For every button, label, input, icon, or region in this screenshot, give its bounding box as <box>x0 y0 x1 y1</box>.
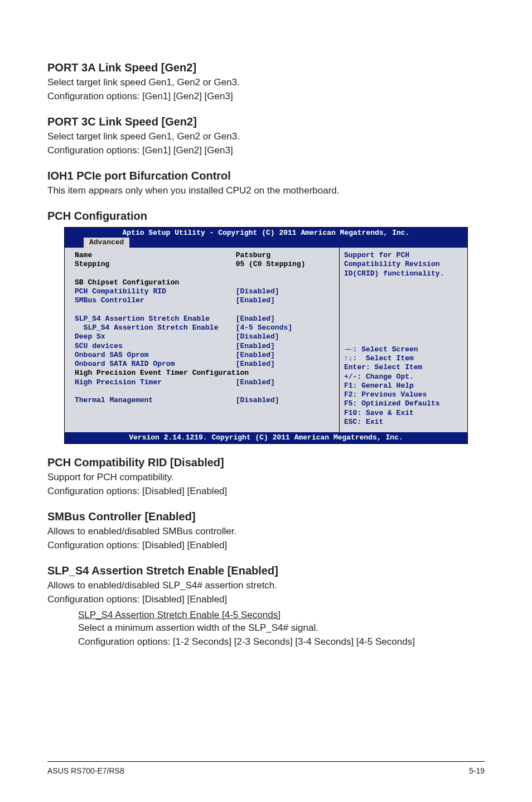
text-port3a-desc: Select target link speed Gen1, Gen2 or G… <box>47 76 485 89</box>
bios-title-bar: Aptio Setup Utility - Copyright (C) 2011… <box>65 228 467 238</box>
sub-slps4-opts: Configuration options: [1-2 Seconds] [2-… <box>78 636 485 649</box>
heading-port3c: PORT 3C Link Speed [Gen2] <box>47 115 485 128</box>
text-pch-rid-desc: Support for PCH compatibility. <box>47 471 485 484</box>
text-port3c-desc: Select target link speed Gen1, Gen2 or G… <box>47 131 485 143</box>
heading-slps4: SLP_S4 Assertion Stretch Enable [Enabled… <box>47 564 485 577</box>
bios-screenshot: Aptio Setup Utility - Copyright (C) 2011… <box>64 227 468 445</box>
bios-help-top: Support for PCH Compatibility Revision I… <box>344 251 444 278</box>
bios-left-text-black1: Name Patsburg Stepping 05 (C0 Stepping) … <box>75 251 305 287</box>
page-content: PORT 3A Link Speed [Gen2] Select target … <box>0 0 532 672</box>
bios-right-panel: Support for PCH Compatibility Revision I… <box>339 248 467 432</box>
text-pch-rid-opts: Configuration options: [Disabled] [Enabl… <box>47 485 485 498</box>
bios-left-panel: Name Patsburg Stepping 05 (C0 Stepping) … <box>65 248 339 432</box>
sub-slps4-block: SLP_S4 Assertion Stretch Enable [4-5 Sec… <box>78 610 485 649</box>
bios-tab-row: Advanced <box>65 238 467 248</box>
bios-left-text-black2: High Precision Event Timer Configuration <box>75 369 249 377</box>
text-port3c-opts: Configuration options: [Gen1] [Gen2] [Ge… <box>47 144 485 157</box>
heading-ioh1: IOH1 PCIe port Bifurcation Control <box>47 170 485 182</box>
sub-slps4-desc: Select a minimum assertion width of the … <box>78 622 485 635</box>
text-ioh1-desc: This item appears only when you installe… <box>47 185 485 197</box>
text-slps4-desc: Allows to enabled/disabled SLP_S4# asser… <box>47 579 485 592</box>
footer-right: 5-19 <box>469 766 485 775</box>
heading-smbus: SMBus Controller [Enabled] <box>47 510 485 523</box>
text-port3a-opts: Configuration options: [Gen1] [Gen2] [Ge… <box>47 90 485 103</box>
bios-help-keys: →←: Select Screen ↑↓: Select Item Enter:… <box>344 345 440 426</box>
text-smbus-opts: Configuration options: [Disabled] [Enabl… <box>47 539 485 552</box>
bios-body: Name Patsburg Stepping 05 (C0 Stepping) … <box>65 248 467 432</box>
text-smbus-desc: Allows to enabled/disabled SMBus control… <box>47 525 485 538</box>
bios-footer-bar: Version 2.14.1219. Copyright (C) 2011 Am… <box>65 432 467 443</box>
heading-pch-config: PCH Configuration <box>47 210 485 223</box>
heading-port3a: PORT 3A Link Speed [Gen2] <box>47 61 485 74</box>
bios-left-text-blue1: PCH Compatibility RID [Disabled] SMBus C… <box>75 287 292 368</box>
page-footer: ASUS RS700-E7/RS8 5-19 <box>47 761 485 775</box>
text-slps4-opts: Configuration options: [Disabled] [Enabl… <box>47 593 485 606</box>
heading-pch-rid: PCH Compatibility RID [Disabled] <box>47 456 485 469</box>
bios-tab-advanced: Advanced <box>84 238 129 248</box>
footer-left: ASUS RS700-E7/RS8 <box>47 766 124 775</box>
sub-slps4-title: SLP_S4 Assertion Stretch Enable [4-5 Sec… <box>78 610 485 621</box>
bios-left-text-blue2: High Precision Timer [Enabled] Thermal M… <box>75 378 279 405</box>
